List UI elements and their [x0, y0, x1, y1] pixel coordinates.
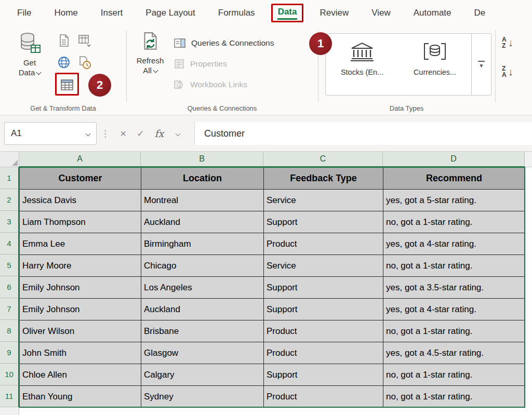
column-header-b[interactable]: B [141, 152, 263, 167]
from-table-range-button[interactable] [58, 76, 76, 95]
table-row: Ethan Young Sydney Product no, got a 1-s… [20, 386, 525, 408]
cell-b10[interactable]: Calgary [141, 364, 264, 386]
globe-icon [57, 55, 71, 70]
ribbon: Get Data [0, 26, 532, 115]
get-data-button[interactable]: Get Data [7, 31, 52, 77]
row-header-10[interactable]: 10 [0, 364, 19, 385]
select-all-corner[interactable] [0, 152, 19, 167]
column-header-c[interactable]: C [263, 152, 383, 167]
recent-sources-button[interactable] [76, 53, 94, 72]
tab-home[interactable]: Home [47, 5, 84, 21]
cell-c8[interactable]: Product [264, 320, 383, 342]
cell-a4[interactable]: Emma Lee [20, 233, 141, 255]
table-row: Liam Thompson Auckland Support no, got a… [20, 211, 525, 233]
cell-d9[interactable]: yes, got a 4.5-star rating. [383, 342, 525, 364]
tab-file[interactable]: File [10, 5, 38, 21]
cell-b9[interactable]: Glasgow [141, 342, 264, 364]
cell-a10[interactable]: Chloe Allen [20, 364, 141, 386]
cell-a5[interactable]: Harry Moore [20, 255, 141, 277]
queries-connections-button[interactable]: Queries & Connections [174, 34, 274, 52]
formula-bar-chevron-icon[interactable] [176, 131, 181, 136]
cell-c1[interactable]: Feedback Type [264, 168, 383, 190]
sort-descending-button[interactable]: Z A ↓ [502, 65, 513, 78]
cell-a7[interactable]: Emily Johnson [20, 299, 141, 320]
column-header-d[interactable]: D [383, 152, 525, 167]
cell-d3[interactable]: no, got a 1-star rating. [383, 211, 525, 233]
stocks-data-type[interactable]: Stocks (En... [326, 34, 398, 95]
get-data-label-line1: Get [23, 58, 36, 67]
row-header-9[interactable]: 9 [0, 342, 19, 364]
refresh-all-button[interactable]: Refresh All [131, 31, 169, 75]
cancel-icon[interactable]: × [120, 127, 126, 140]
cell-b11[interactable]: Sydney [141, 386, 264, 408]
row-header-5[interactable]: 5 [0, 255, 19, 276]
row-header-2[interactable]: 2 [0, 189, 19, 211]
sort-ascending-button[interactable]: A Z ↓ [502, 36, 513, 49]
existing-connections-button[interactable] [76, 31, 94, 50]
cell-a6[interactable]: Emily Johnson [20, 277, 141, 299]
tab-automate[interactable]: Automate [407, 5, 458, 21]
tab-review[interactable]: Review [313, 5, 355, 21]
formula-input[interactable]: Customer [194, 122, 532, 145]
gallery-more-button[interactable]: ▼ [471, 34, 491, 95]
cell-d8[interactable]: no, got a 1-star rating. [383, 320, 525, 342]
cell-c2[interactable]: Service [264, 190, 383, 211]
cell-b4[interactable]: Birmingham [141, 233, 264, 255]
cell-d10[interactable]: no, got a 1-star rating. [383, 364, 525, 386]
tab-page-layout[interactable]: Page Layout [139, 5, 202, 21]
cell-d6[interactable]: yes, got a 3.5-star rating. [383, 277, 525, 299]
tab-developer-clipped[interactable]: De [468, 5, 493, 21]
cell-c6[interactable]: Support [264, 277, 383, 299]
cell-c7[interactable]: Support [264, 299, 383, 320]
tab-insert[interactable]: Insert [94, 5, 130, 21]
name-box[interactable]: A1 [4, 122, 97, 145]
from-text-csv-button[interactable] [55, 31, 73, 50]
tab-data[interactable]: Data [271, 4, 304, 22]
cell-c10[interactable]: Support [264, 364, 383, 386]
cell-a9[interactable]: John Smith [20, 342, 141, 364]
row-header-6[interactable]: 6 [0, 276, 19, 298]
insert-function-icon[interactable]: fx [155, 128, 164, 139]
row-header-7[interactable]: 7 [0, 298, 19, 320]
row-header-8[interactable]: 8 [0, 320, 19, 342]
cell-b5[interactable]: Chicago [141, 255, 264, 277]
row-header-3[interactable]: 3 [0, 211, 19, 233]
cell-b3[interactable]: Auckland [141, 211, 264, 233]
cell-d11[interactable]: no, got a 1-star rating. [383, 386, 525, 408]
sort-z-glyph: Z [502, 43, 507, 49]
row-header-11[interactable]: 11 [0, 385, 19, 407]
cell-d4[interactable]: yes, got a 4-star rating. [383, 233, 525, 255]
cell-b1[interactable]: Location [141, 168, 264, 190]
cell-a1[interactable]: Customer [20, 168, 141, 190]
cell-b8[interactable]: Brisbane [141, 320, 264, 342]
ribbon-divider [126, 30, 127, 102]
cell-b7[interactable]: Auckland [141, 299, 264, 320]
from-web-button[interactable] [55, 53, 73, 72]
column-header-a[interactable]: A [19, 152, 141, 167]
cell-b6[interactable]: Los Angeles [141, 277, 264, 299]
cell-d1[interactable]: Recommend [383, 168, 525, 190]
refresh-all-label-line1: Refresh [137, 56, 164, 65]
row-header-4[interactable]: 4 [0, 233, 19, 255]
cell-c5[interactable]: Service [264, 255, 383, 277]
cell-c11[interactable]: Product [264, 386, 383, 408]
tab-formulas[interactable]: Formulas [211, 5, 262, 21]
cell-a2[interactable]: Jessica Davis [20, 190, 141, 211]
cell-c3[interactable]: Support [264, 211, 383, 233]
name-box-chevron-icon[interactable] [86, 131, 91, 136]
cell-a8[interactable]: Oliver Wilson [20, 320, 141, 342]
more-dots-icon[interactable]: ⋮ [101, 128, 110, 139]
cell-a3[interactable]: Liam Thompson [20, 211, 141, 233]
cell-b2[interactable]: Montreal [141, 190, 264, 211]
cell-d5[interactable]: no, got a 1-star rating. [383, 255, 525, 277]
cell-d7[interactable]: yes, got a 4-star rating. [383, 299, 525, 320]
cell-c4[interactable]: Product [264, 233, 383, 255]
currencies-data-type[interactable]: Currencies... [398, 34, 471, 95]
cell-c9[interactable]: Product [264, 342, 383, 364]
cell-d2[interactable]: yes, got a 5-star rating. [383, 190, 525, 211]
row-header-1[interactable]: 1 [0, 167, 19, 189]
cell-a11[interactable]: Ethan Young [20, 386, 141, 408]
enter-icon[interactable]: ✓ [137, 128, 144, 139]
group-label-data-types: Data Types [318, 104, 495, 112]
tab-view[interactable]: View [365, 5, 397, 21]
